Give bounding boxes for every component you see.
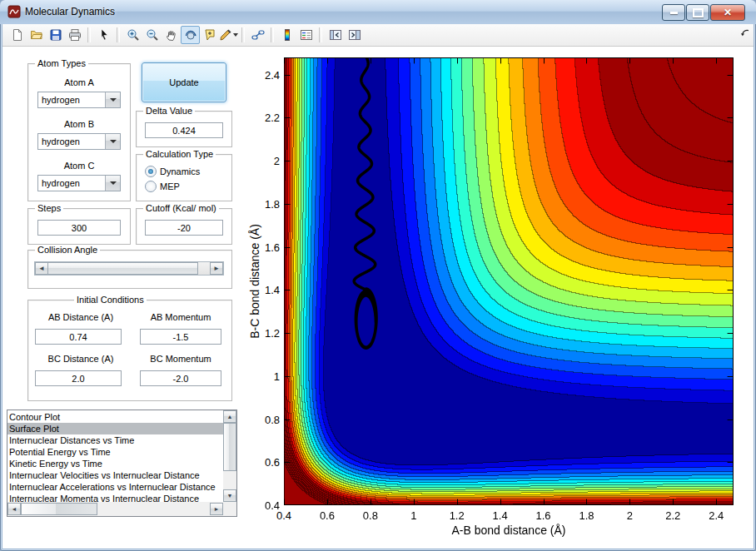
minimize-icon [670,12,678,14]
zoom-in-icon[interactable] [123,26,142,44]
slider-right-arrow[interactable]: ► [210,262,223,275]
atom-b-dropdown-button[interactable] [105,134,120,149]
dock-figure-icon[interactable] [739,28,751,43]
scroll-up-icon[interactable]: ▲ [223,410,236,423]
bc-distance-label: BC Distance (A) [35,354,127,364]
minimize-button[interactable] [662,4,685,21]
maximize-icon [693,8,704,17]
list-item[interactable]: Potential Energy vs Time [7,446,224,458]
maximize-button[interactable] [686,4,709,21]
title-bar[interactable]: Molecular Dynamics ✕ [0,0,756,24]
horizontal-scrollbar[interactable]: ◄ ► [7,502,223,516]
atom-a-label: Atom A [28,77,130,87]
collision-angle-slider[interactable]: ◄ ► [34,261,224,276]
horizontal-scroll-thumb[interactable] [21,503,97,515]
open-file-icon[interactable] [27,26,46,44]
list-item[interactable]: Kinetic Energy vs Time [7,458,224,469]
chevron-down-icon [110,140,117,143]
link-plot-icon[interactable] [248,26,267,44]
toolbar-separator [117,27,120,42]
dynamics-radio-label[interactable]: Dynamics [160,166,200,176]
ab-distance-field[interactable] [35,329,122,345]
atom-c-label: Atom C [28,161,130,171]
list-item-selected[interactable]: Surface Plot [7,423,224,434]
bc-distance-field[interactable] [35,370,122,386]
rotate-3d-icon[interactable] [181,26,200,44]
insert-colorbar-icon[interactable] [277,26,296,44]
mep-radio[interactable] [145,181,157,192]
close-icon: ✕ [724,7,732,17]
plot-type-listbox[interactable]: Contour Plot Surface Plot Internuclear D… [7,410,237,517]
y-tick-label: 0.4 [246,499,280,512]
bc-momentum-label: BC Momentum [137,354,225,364]
x-tick-label: 0.6 [311,509,344,522]
mep-radio-label[interactable]: MEP [160,181,180,191]
x-tick-label: 1.6 [527,509,560,522]
hide-plot-tools-icon[interactable] [326,26,345,44]
y-tick-label: 0.8 [246,414,280,426]
steps-title: Steps [35,203,63,213]
dynamics-radio[interactable] [145,166,157,177]
delta-value-field[interactable] [145,122,223,138]
vertical-scrollbar[interactable]: ▲ ▼ [223,410,236,502]
initial-conditions-title: Initial Conditions [74,295,147,305]
cutoff-group: Cutoff (Kcal/ mol) [136,208,232,245]
brush-dropdown-icon[interactable] [233,33,238,37]
pan-hand-icon[interactable] [162,26,181,44]
scroll-left-icon[interactable]: ◄ [7,503,21,515]
list-item[interactable]: Internuclear Distances vs Time [7,434,224,446]
save-figure-icon[interactable] [46,26,65,44]
toolbar-separator [319,27,322,42]
vertical-scroll-thumb[interactable] [223,423,236,471]
delta-value-title: Delta Value [143,106,195,116]
cutoff-field[interactable] [145,220,223,236]
atom-a-dropdown[interactable]: hydrogen [37,92,121,108]
data-cursor-icon[interactable] [200,26,219,44]
new-figure-icon[interactable] [7,26,27,44]
bc-momentum-field[interactable] [140,370,221,386]
insert-legend-icon[interactable] [296,26,316,44]
window-title: Molecular Dynamics [25,6,115,17]
show-plot-tools-icon[interactable] [345,26,364,44]
delta-value-group: Delta Value [136,111,232,147]
x-tick-label: 0.8 [354,509,387,522]
steps-group: Steps [27,208,131,245]
atom-a-value: hydrogen [42,95,80,105]
steps-field[interactable] [37,220,121,236]
y-tick-label: 2.4 [246,69,280,82]
figure-toolbar [2,24,754,47]
brush-data-icon[interactable] [219,26,238,44]
ab-distance-label: AB Distance (A) [35,312,127,322]
calculation-type-group: Calculation Type Dynamics MEP [136,154,232,201]
slider-left-arrow[interactable]: ◄ [35,262,48,275]
y-tick-label: 1 [246,370,280,383]
zoom-out-icon[interactable] [142,26,162,44]
list-item[interactable]: Internuclear Accelerations vs Internucle… [7,481,224,493]
atom-b-dropdown[interactable]: hydrogen [37,133,121,150]
chevron-down-icon [110,181,117,185]
print-figure-icon[interactable] [65,26,84,44]
close-button[interactable]: ✕ [710,4,745,21]
atom-c-dropdown-button[interactable] [105,176,120,191]
x-tick-label: 1.8 [569,509,603,522]
slider-thumb[interactable] [47,262,198,275]
atom-a-dropdown-button[interactable] [105,92,120,107]
scroll-down-icon[interactable]: ▼ [223,489,236,502]
toolbar-separator [271,27,274,42]
figure-icon [7,5,21,18]
chevron-down-icon [110,98,117,102]
ab-momentum-field[interactable] [140,329,221,345]
edit-plot-cursor-icon[interactable] [94,26,113,44]
x-tick-label: 1 [397,509,430,522]
cutoff-title: Cutoff (Kcal/ mol) [143,203,219,213]
scroll-right-icon[interactable]: ► [210,503,223,515]
pes-contour-plot[interactable] [284,57,734,505]
list-item[interactable]: Internuclear Velocities vs Internuclear … [7,469,224,481]
atom-b-value: hydrogen [42,137,80,146]
atom-b-label: Atom B [28,119,130,129]
list-item[interactable]: Contour Plot [7,411,224,423]
x-tick-label: 2.4 [699,509,733,522]
x-axis-label: A-B bond distance (Å) [384,524,634,537]
update-button[interactable]: Update [142,62,226,102]
atom-c-dropdown[interactable]: hydrogen [37,175,121,191]
